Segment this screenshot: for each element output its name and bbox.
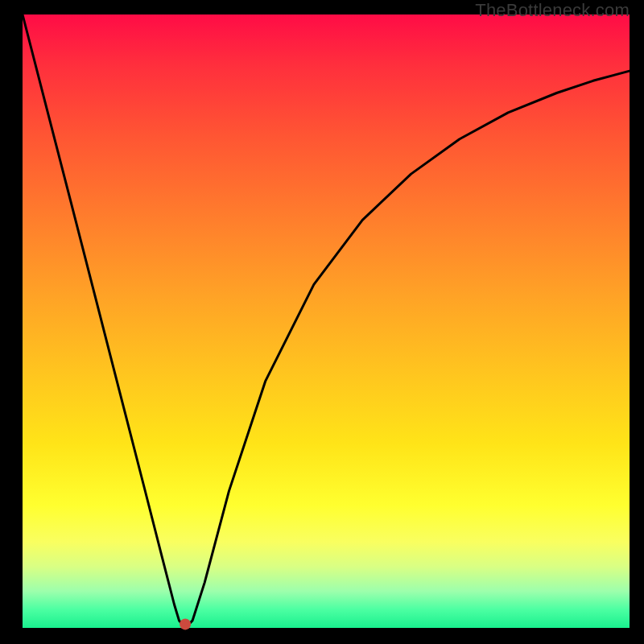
curve-layer	[23, 14, 630, 628]
min-marker	[180, 618, 191, 630]
chart-frame: TheBottleneck.com	[0, 0, 644, 644]
bottleneck-curve	[23, 14, 630, 625]
watermark-text: TheBottleneck.com	[475, 0, 630, 21]
